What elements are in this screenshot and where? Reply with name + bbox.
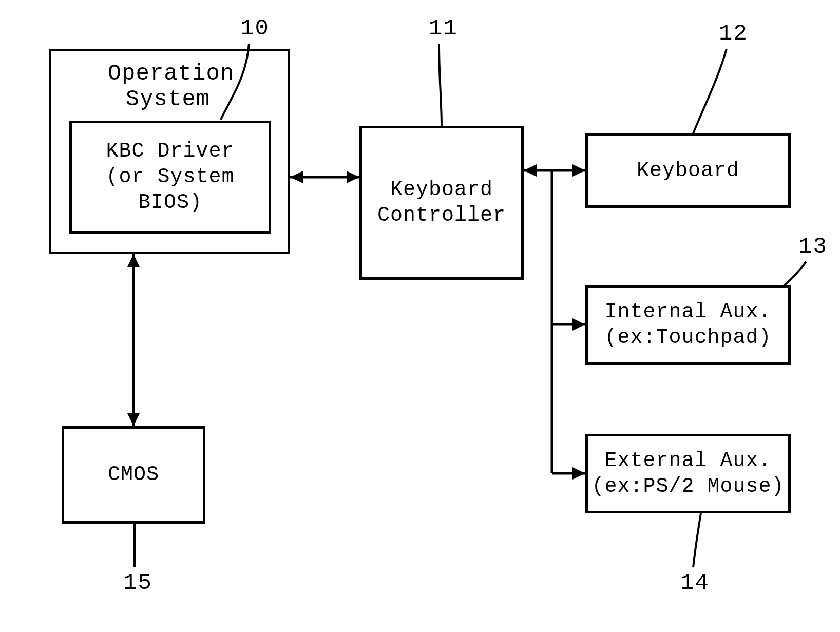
lead-12 [693, 49, 727, 133]
arrow-internal-aux [572, 318, 585, 331]
cmos-text: CMOS [105, 459, 162, 491]
lead-13 [783, 262, 806, 286]
os-text: Operation System [105, 58, 235, 115]
external-aux-text: External Aux. (ex:PS/2 Mouse) [588, 445, 787, 503]
lead-14 [693, 513, 701, 567]
ref-15: 15 [123, 570, 152, 596]
keyboard-controller-box: Keyboard Controller [359, 126, 524, 280]
arrow-kbd-right [572, 164, 585, 177]
cmos-box: CMOS [62, 426, 205, 524]
keyboard-box: Keyboard [585, 133, 791, 208]
arrow-driver-right [347, 171, 359, 183]
kbc-driver-box: KBC Driver (or System BIOS) [69, 121, 271, 234]
ref-13: 13 [798, 234, 828, 259]
arrow-os-up [127, 254, 140, 267]
internal-aux-box: Internal Aux. (ex:Touchpad) [585, 285, 791, 365]
ref-14: 14 [680, 570, 710, 596]
ref-10: 10 [240, 15, 270, 41]
keyboard-text: Keyboard [634, 155, 742, 187]
diagram-stage: Operation System KBC Driver (or System B… [0, 0, 840, 632]
external-aux-box: External Aux. (ex:PS/2 Mouse) [585, 434, 791, 513]
lead-11 [439, 44, 442, 126]
ref-11: 11 [429, 15, 458, 41]
ref-12: 12 [719, 21, 748, 46]
arrow-external-aux [572, 467, 585, 480]
internal-aux-text: Internal Aux. (ex:Touchpad) [601, 296, 774, 354]
kbc-driver-text: KBC Driver (or System BIOS) [103, 136, 237, 219]
arrow-driver-left [290, 171, 303, 183]
os-label: Operation System [51, 61, 288, 112]
keyboard-controller-text: Keyboard Controller [374, 174, 509, 232]
arrow-cmos-down [127, 413, 140, 426]
arrow-kbd-left [524, 164, 537, 177]
